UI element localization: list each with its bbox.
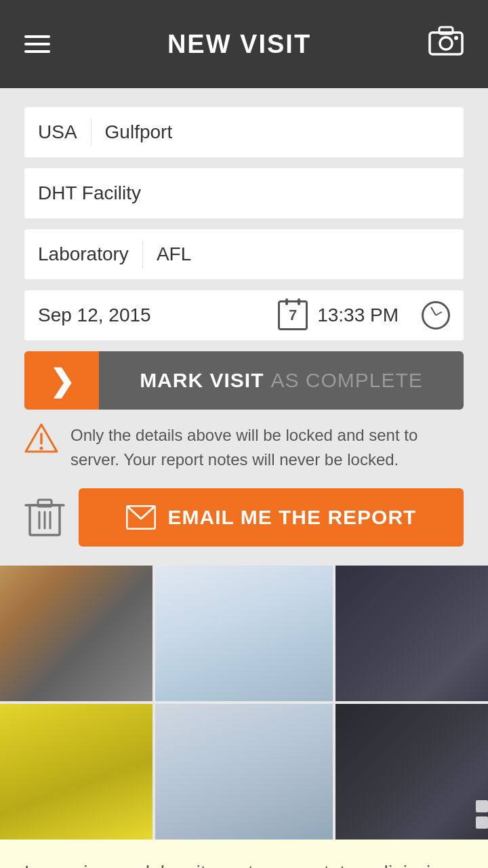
field-divider-2 <box>142 241 143 268</box>
warning-row: Only the details above will be locked an… <box>24 423 464 472</box>
notes-text: Lorem ipsum dolor sit amet, consectetur … <box>24 862 451 868</box>
svg-point-3 <box>454 36 458 40</box>
department-row: Laboratory AFL <box>24 229 464 279</box>
facility-value: DHT Facility <box>38 182 141 204</box>
warning-icon <box>24 423 58 453</box>
email-report-label: EMAIL ME THE REPORT <box>168 506 417 529</box>
department-code-value: AFL <box>157 243 191 265</box>
svg-rect-2 <box>439 27 453 34</box>
mark-visit-bold-label: MARK VISIT <box>140 369 264 392</box>
facility-row: DHT Facility <box>24 168 464 218</box>
country-city-row: USA Gulfport <box>24 107 464 157</box>
photo-cell-6[interactable] <box>336 704 488 840</box>
photo-cell-5[interactable] <box>155 704 332 840</box>
photo-cell-2[interactable] <box>155 566 332 701</box>
svg-rect-16 <box>476 816 488 829</box>
mark-visit-light-label: AS COMPLETE <box>270 369 422 392</box>
field-divider <box>91 119 92 146</box>
email-icon <box>126 505 156 530</box>
mark-visit-button[interactable]: ❯ MARK VISIT AS COMPLETE <box>24 351 464 410</box>
svg-point-1 <box>440 37 452 50</box>
camera-icon[interactable] <box>428 26 464 62</box>
header: NEW VISIT <box>0 0 488 88</box>
clock-icon[interactable] <box>422 301 450 330</box>
delete-icon[interactable] <box>24 496 65 539</box>
notes-area: Lorem ipsum dolor sit amet, consectetur … <box>0 840 488 868</box>
svg-rect-14 <box>476 800 488 812</box>
grid-view-icon[interactable] <box>474 799 488 833</box>
city-value: Gulfport <box>105 121 173 143</box>
time-value: 13:33 PM <box>317 304 399 326</box>
chevron-right-icon: ❯ <box>49 363 75 398</box>
photo-cell-1[interactable] <box>0 566 152 701</box>
svg-rect-0 <box>430 33 462 54</box>
svg-point-6 <box>40 447 43 450</box>
menu-icon[interactable] <box>24 35 50 53</box>
mark-visit-arrow: ❯ <box>24 351 99 410</box>
photo-grid: 3 <box>0 566 488 840</box>
photo-cell-4[interactable] <box>0 704 152 840</box>
action-row: EMAIL ME THE REPORT <box>24 488 464 547</box>
svg-rect-9 <box>38 500 52 507</box>
mark-visit-text-container: MARK VISIT AS COMPLETE <box>99 369 464 392</box>
datetime-row: Sep 12, 2015 7 13:33 PM <box>24 290 464 340</box>
photo-cell-3[interactable]: 3 <box>336 566 488 701</box>
calendar-box: 7 <box>278 300 308 330</box>
department-value: Laboratory <box>38 243 129 265</box>
calendar-icon[interactable]: 7 13:33 PM <box>278 300 450 330</box>
content-area: USA Gulfport DHT Facility Laboratory AFL… <box>0 88 488 547</box>
warning-text: Only the details above will be locked an… <box>70 423 464 472</box>
date-value: Sep 12, 2015 <box>38 304 151 326</box>
email-report-button[interactable]: EMAIL ME THE REPORT <box>79 488 464 547</box>
page-title: NEW VISIT <box>167 30 311 59</box>
country-value: USA <box>38 121 77 143</box>
